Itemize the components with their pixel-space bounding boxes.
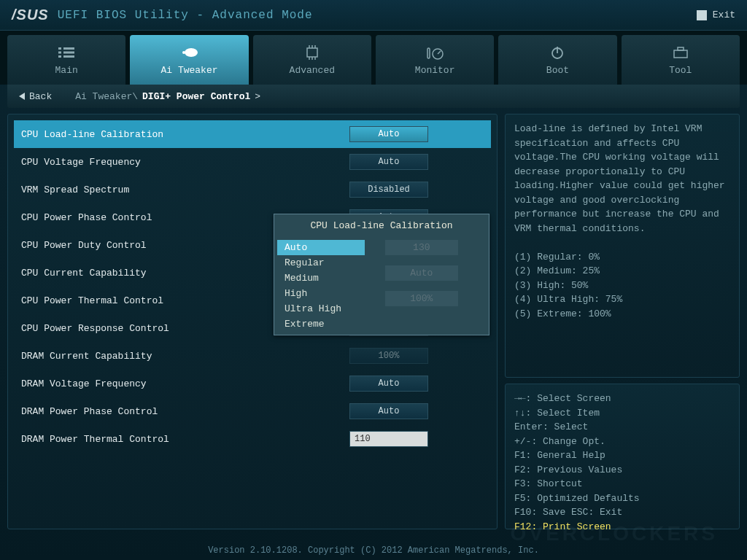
svg-rect-20 (674, 50, 687, 58)
settings-panel: CPU Load-line CalibrationAutoCPU Voltage… (7, 114, 498, 529)
tab-label: Ai Tweaker (160, 65, 217, 76)
key-hint: ↑↓: Select Item (514, 406, 730, 421)
tab-advanced[interactable]: Advanced (253, 35, 371, 85)
key-hint: Enter: Select (514, 420, 730, 435)
popup-faded-value: 130 (385, 240, 458, 255)
help-level: (5) Extreme: 100% (514, 307, 730, 322)
setting-value[interactable]: Disabled (349, 182, 428, 198)
asus-logo: /SUS (12, 7, 49, 23)
help-level: (2) Medium: 25% (514, 264, 730, 279)
back-arrow-icon (19, 93, 25, 100)
power-icon (547, 44, 568, 61)
setting-label: DRAM Current Capability (21, 351, 349, 362)
key-hint: →←: Select Screen (514, 392, 730, 406)
setting-row[interactable]: DRAM Power Thermal Control110 (14, 425, 491, 453)
back-button[interactable]: Back (7, 85, 63, 108)
svg-line-16 (438, 51, 441, 54)
popup-faded-value: 100% (385, 291, 458, 306)
help-level: (4) Ultra High: 75% (514, 292, 730, 307)
exit-icon (697, 10, 707, 20)
setting-value[interactable]: Auto (349, 403, 428, 419)
svg-rect-5 (63, 55, 74, 58)
keys-box: →←: Select Screen ↑↓: Select Item Enter:… (505, 384, 740, 529)
key-hint: F3: Shortcut (514, 477, 730, 491)
main-area: CPU Load-line CalibrationAutoCPU Voltage… (7, 114, 740, 529)
footer: Version 2.10.1208. Copyright (C) 2012 Am… (0, 545, 747, 556)
back-label: Back (29, 91, 52, 102)
exit-button[interactable]: Exit (697, 9, 735, 20)
breadcrumb: Ai Tweaker\ DIGI+ Power Control > (63, 91, 260, 102)
key-hint: F1: General Help (514, 448, 730, 463)
svg-rect-4 (58, 55, 61, 58)
tab-ai-tweaker[interactable]: Ai Tweaker (130, 35, 248, 85)
tab-label: Main (55, 65, 78, 76)
popup-faded-value: Auto (385, 265, 458, 281)
svg-rect-3 (63, 51, 74, 53)
key-hint: F10: Save ESC: Exit (514, 505, 730, 520)
tab-monitor[interactable]: Monitor (376, 35, 494, 85)
setting-row[interactable]: DRAM Voltage FrequencyAuto (14, 370, 491, 397)
chip-icon (302, 44, 322, 61)
watermark: OVERCLOCKERS (511, 522, 718, 545)
tweaker-icon (179, 44, 199, 61)
setting-row[interactable]: DRAM Current Capability100% (14, 342, 491, 370)
key-hint: +/-: Change Opt. (514, 435, 730, 449)
svg-rect-0 (58, 47, 61, 50)
popup-option[interactable]: Extreme (277, 316, 365, 332)
key-hint: F5: Optimized Defaults (514, 491, 730, 506)
setting-row[interactable]: CPU Voltage FrequencyAuto (14, 148, 491, 176)
popup-body: AutoRegularMediumHighUltra HighExtreme 1… (274, 237, 489, 335)
tab-bar: Main Ai Tweaker Advanced Monitor Boot To… (0, 31, 747, 85)
setting-label: DRAM Voltage Frequency (21, 378, 349, 389)
tab-tool[interactable]: Tool (622, 35, 740, 85)
key-hint: F2: Previous Values (514, 463, 730, 478)
chevron-right-icon: > (255, 91, 260, 102)
svg-point-7 (182, 51, 185, 54)
svg-rect-17 (427, 48, 430, 58)
tab-main[interactable]: Main (7, 35, 125, 85)
setting-label: CPU Load-line Calibration (21, 129, 349, 140)
help-level: (1) Regular: 0% (514, 250, 730, 265)
tab-label: Boot (546, 65, 569, 76)
popup-option[interactable]: High (277, 286, 365, 301)
setting-label: DRAM Power Phase Control (21, 406, 349, 417)
setting-label: VRM Spread Spectrum (21, 184, 349, 195)
setting-value[interactable]: Auto (349, 126, 428, 142)
setting-row[interactable]: VRM Spread SpectrumDisabled (14, 176, 491, 203)
gauge-icon (425, 44, 445, 61)
svg-rect-2 (58, 51, 61, 53)
svg-rect-21 (678, 47, 684, 50)
popup-option[interactable]: Regular (277, 255, 365, 271)
popup-option[interactable]: Ultra High (277, 301, 365, 316)
toolbox-icon (670, 44, 691, 61)
svg-rect-8 (307, 48, 317, 57)
help-level: (3) High: 50% (514, 279, 730, 293)
setting-value[interactable]: 100% (349, 348, 428, 364)
breadcrumb-current: DIGI+ Power Control (142, 91, 250, 102)
app-title: UEFI BIOS Utility - Advanced Mode (58, 9, 313, 22)
setting-value[interactable]: Auto (349, 154, 428, 170)
info-panel: Load-line is defined by Intel VRM specif… (505, 114, 740, 529)
svg-rect-1 (63, 47, 74, 50)
exit-label: Exit (713, 9, 735, 20)
svg-point-6 (185, 48, 198, 57)
popup-option[interactable]: Medium (277, 271, 365, 286)
list-icon (56, 44, 77, 61)
breadcrumb-path: Ai Tweaker\ (75, 91, 138, 102)
setting-row[interactable]: DRAM Power Phase ControlAuto (14, 397, 491, 425)
setting-value[interactable]: Auto (349, 376, 428, 392)
breadcrumb-bar: Back Ai Tweaker\ DIGI+ Power Control > (7, 85, 740, 108)
help-box: Load-line is defined by Intel VRM specif… (505, 114, 740, 378)
setting-label: CPU Voltage Frequency (21, 157, 349, 168)
popup-option[interactable]: Auto (277, 240, 365, 255)
popup-title: CPU Load-line Calibration (274, 214, 489, 237)
header-bar: /SUS UEFI BIOS Utility - Advanced Mode E… (0, 0, 747, 31)
setting-label: DRAM Power Thermal Control (21, 434, 349, 445)
tab-label: Monitor (415, 65, 455, 76)
tab-boot[interactable]: Boot (498, 35, 616, 85)
tab-label: Advanced (290, 65, 335, 76)
dropdown-popup: CPU Load-line Calibration AutoRegularMed… (274, 214, 489, 335)
tab-label: Tool (669, 65, 692, 76)
setting-row[interactable]: CPU Load-line CalibrationAuto (14, 120, 491, 148)
setting-value[interactable]: 110 (349, 431, 428, 447)
